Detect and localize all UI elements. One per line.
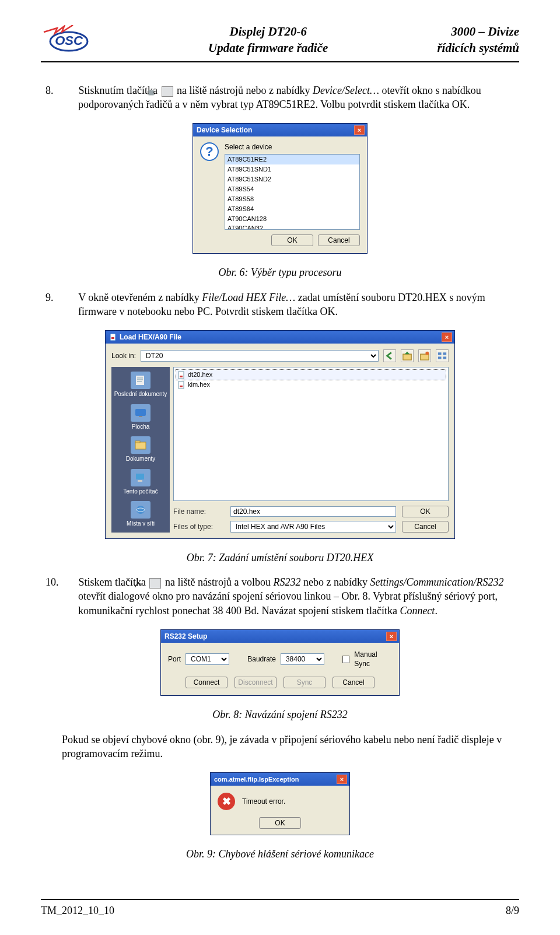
device-dialog-title: Device Selection xyxy=(197,125,252,135)
device-list-item[interactable]: AT89C51SND2 xyxy=(225,174,359,184)
file-icon xyxy=(177,371,186,379)
chip-icon xyxy=(162,86,173,97)
sidebar-label: Místa v síti xyxy=(114,520,167,528)
up-icon[interactable] xyxy=(401,349,414,362)
ok-button[interactable]: OK xyxy=(259,817,301,829)
sync-button[interactable]: Sync xyxy=(284,677,326,688)
device-list-item[interactable]: AT90CAN32 xyxy=(225,223,359,230)
header-title-center: Displej DT20-6 Update firmware řadiče xyxy=(123,23,414,57)
step-8: 8. Stisknutím tlačítka na liště nástrojů… xyxy=(62,83,519,112)
svg-rect-31 xyxy=(141,583,144,586)
filename-label: File name: xyxy=(173,507,225,516)
manual-sync-label: Manual Sync xyxy=(354,650,392,668)
error-paragraph: Pokud se objeví chybové okno (obr. 9), j… xyxy=(41,733,519,761)
file-name: dt20.hex xyxy=(188,370,212,379)
device-list-item[interactable]: AT89S54 xyxy=(225,184,359,194)
svg-rect-29 xyxy=(178,381,184,388)
load-dialog-titlebar: Load HEX/A90 File × xyxy=(106,331,454,344)
step-9-menu: File/Load HEX File… xyxy=(202,292,298,303)
step-10-number: 10. xyxy=(62,575,76,589)
sidebar-documents[interactable]: Dokumenty xyxy=(114,436,167,463)
svg-rect-12 xyxy=(421,355,429,360)
sidebar-network[interactable]: Místa v síti xyxy=(114,501,167,528)
device-list[interactable]: AT89C51RE2 AT89C51SND1 AT89C51SND2 AT89S… xyxy=(225,154,360,230)
logo-osc: OSC xyxy=(41,25,99,54)
baud-label: Baudrate xyxy=(247,654,276,664)
device-list-item[interactable]: AT90CAN128 xyxy=(225,214,359,224)
load-hex-dialog: Load HEX/A90 File × Look in: DT20 xyxy=(105,330,455,539)
svg-rect-24 xyxy=(138,480,142,482)
svg-rect-20 xyxy=(139,416,142,417)
close-icon[interactable]: × xyxy=(337,775,347,784)
exception-message: Timeout error. xyxy=(242,797,285,806)
file-icon xyxy=(177,381,186,389)
step-10-text-h: . xyxy=(435,605,438,617)
filename-input[interactable] xyxy=(230,506,396,517)
cancel-button[interactable]: Cancel xyxy=(402,521,449,533)
device-list-item[interactable]: AT89S58 xyxy=(225,194,359,204)
new-folder-icon[interactable] xyxy=(418,349,431,362)
device-list-item[interactable]: AT89C51RE2 xyxy=(225,155,359,164)
sidebar-recent[interactable]: Poslední dokumenty xyxy=(114,372,167,398)
manual-sync-checkbox[interactable] xyxy=(342,656,349,663)
step-8-text-b: na liště nástrojů nebo z nabídky xyxy=(177,85,313,96)
device-selection-dialog: Device Selection × ? Select a device AT8… xyxy=(192,123,368,254)
svg-rect-23 xyxy=(136,474,144,479)
file-row[interactable]: dt20.hex xyxy=(176,370,446,380)
back-icon[interactable] xyxy=(383,349,396,362)
rs232-title: RS232 Setup xyxy=(164,632,207,641)
page-header: OSC Displej DT20-6 Update firmware řadič… xyxy=(41,23,519,62)
svg-rect-14 xyxy=(438,353,442,355)
cancel-button[interactable]: Cancel xyxy=(332,677,374,688)
rs232-setup-dialog: RS232 Setup × Port COM1 Baudrate 38400 M… xyxy=(160,629,400,696)
ok-button[interactable]: OK xyxy=(402,506,449,517)
step-10: 10. Stiskem tlačítka na liště nástrojů a… xyxy=(62,575,519,618)
figure-7-caption: Obr. 7: Zadání umístění souboru DT20.HEX xyxy=(41,551,519,565)
svg-rect-30 xyxy=(180,386,183,387)
svg-rect-19 xyxy=(135,409,146,416)
view-menu-icon[interactable] xyxy=(436,349,449,362)
device-dialog-titlebar: Device Selection × xyxy=(193,124,367,136)
step-10-rs232: RS232 xyxy=(273,576,303,588)
filetype-combo[interactable]: Intel HEX and AVR A90 Files xyxy=(230,521,396,533)
rs232-titlebar: RS232 Setup × xyxy=(161,630,399,643)
figure-8-caption: Obr. 8: Navázání spojení RS232 xyxy=(41,708,519,722)
sidebar-computer[interactable]: Tento počítač xyxy=(114,469,167,496)
page-footer: TM_2012_10_10 8/9 xyxy=(41,899,519,918)
error-icon: ✖ xyxy=(218,793,235,810)
file-list[interactable]: dt20.hex kim.hex xyxy=(173,367,449,501)
lookin-combo[interactable]: DT20 xyxy=(141,350,379,362)
step-8-menu: Device/Select… xyxy=(313,85,382,96)
svg-rect-2 xyxy=(148,90,153,95)
svg-rect-11 xyxy=(403,355,411,360)
baud-combo[interactable]: 38400 xyxy=(281,653,324,665)
step-10-text-b: na liště nástrojů a volbou xyxy=(165,576,273,588)
file-row[interactable]: kim.hex xyxy=(176,380,446,390)
sidebar-label: Plocha xyxy=(114,423,167,431)
filetype-label: Files of type: xyxy=(173,522,225,531)
step-10-menu: Settings/Communication/RS232 xyxy=(370,576,503,588)
device-list-item[interactable]: AT89S64 xyxy=(225,204,359,214)
step-9-text-a: V okně otevřeném z nabídky xyxy=(78,292,202,303)
sidebar-desktop[interactable]: Plocha xyxy=(114,404,167,431)
svg-rect-10 xyxy=(111,337,114,339)
figure-9-caption: Obr. 9: Chybové hlášení sériové komunika… xyxy=(41,847,519,861)
svg-point-25 xyxy=(136,506,145,514)
exception-titlebar: com.atmel.flip.IspException × xyxy=(211,773,349,786)
close-icon[interactable]: × xyxy=(442,332,452,342)
svg-rect-17 xyxy=(443,357,446,359)
device-list-item[interactable]: AT89C51SND1 xyxy=(225,164,359,174)
cancel-button[interactable]: Cancel xyxy=(318,234,360,246)
figure-6-caption: Obr. 6: Výběr typu procesoru xyxy=(41,265,519,279)
close-icon[interactable]: × xyxy=(354,125,365,135)
device-prompt: Select a device xyxy=(225,142,360,152)
close-icon[interactable]: × xyxy=(386,632,397,641)
disconnect-button[interactable]: Disconnect xyxy=(235,677,276,688)
step-9-number: 9. xyxy=(62,290,76,304)
ok-button[interactable]: OK xyxy=(271,234,313,246)
lookin-label: Look in: xyxy=(111,351,136,360)
connect-button[interactable]: Connect xyxy=(186,677,228,688)
sidebar-label: Poslední dokumenty xyxy=(114,390,167,398)
port-combo[interactable]: COM1 xyxy=(186,653,229,665)
svg-rect-18 xyxy=(136,376,144,385)
